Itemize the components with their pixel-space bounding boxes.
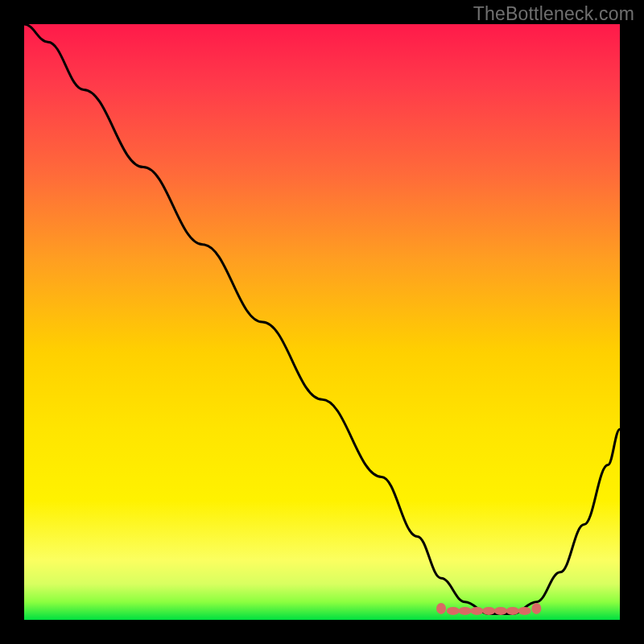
sweet-spot-marker bbox=[459, 607, 472, 615]
sweet-spot-marker bbox=[518, 607, 531, 615]
chart-frame: TheBottleneck.com bbox=[0, 0, 644, 644]
sweet-spot-marker bbox=[506, 607, 519, 615]
sweet-spot-markers bbox=[436, 603, 541, 615]
sweet-spot-marker bbox=[531, 603, 541, 614]
sweet-spot-marker bbox=[470, 607, 483, 615]
curve-layer bbox=[24, 24, 620, 620]
sweet-spot-marker bbox=[482, 607, 495, 615]
sweet-spot-marker bbox=[494, 607, 507, 615]
sweet-spot-marker bbox=[436, 603, 446, 614]
watermark-text: TheBottleneck.com bbox=[473, 3, 634, 25]
sweet-spot-marker bbox=[447, 607, 460, 615]
bottleneck-curve bbox=[24, 24, 620, 614]
